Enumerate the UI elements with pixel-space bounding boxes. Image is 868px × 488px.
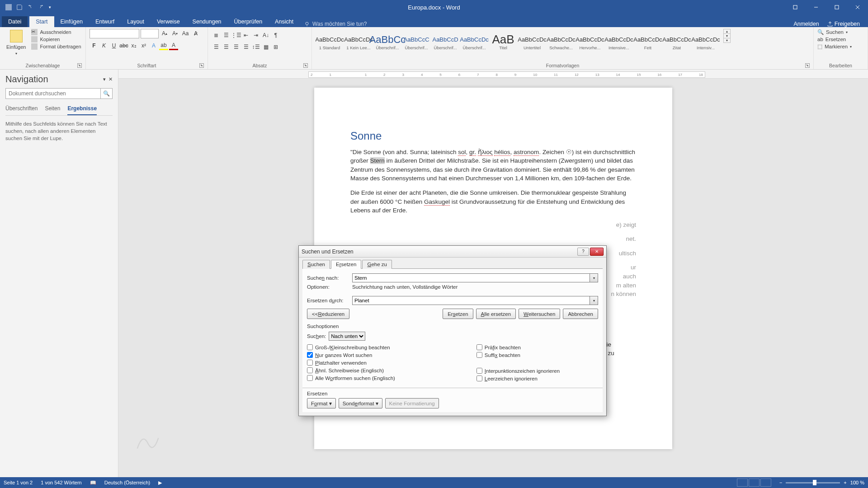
share-button[interactable]: Freigeben <box>827 21 860 27</box>
tab-layout[interactable]: Layout <box>121 16 151 27</box>
font-size-combo[interactable] <box>141 29 159 38</box>
less-button[interactable]: << Reduzieren <box>307 309 349 319</box>
status-page[interactable]: Seite 1 von 2 <box>4 480 33 485</box>
view-print-layout[interactable] <box>749 479 760 487</box>
dialog-tab-search[interactable]: Suchen <box>302 260 330 269</box>
style-item[interactable]: AaBbCcDcHervorhe... <box>576 29 604 55</box>
format-painter-button[interactable]: Format übertragen <box>31 43 81 50</box>
select-button[interactable]: ⬚Markieren▾ <box>817 43 852 50</box>
format-button[interactable]: Format ▾ <box>307 398 336 408</box>
font-dialog-launcher[interactable]: ⬊ <box>199 63 204 68</box>
special-format-button[interactable]: Sonderformat ▾ <box>339 398 382 408</box>
tab-design[interactable]: Entwurf <box>89 16 121 27</box>
maximize-icon[interactable] <box>826 0 847 14</box>
nav-tab-results[interactable]: Ergebnisse <box>67 103 97 115</box>
close-icon[interactable] <box>847 0 868 14</box>
signin-link[interactable]: Anmelden <box>793 21 819 27</box>
qat-dropdown-icon[interactable]: ▾ <box>49 5 51 9</box>
nav-tab-headings[interactable]: Überschriften <box>5 103 38 115</box>
clear-format-button[interactable]: A̷ <box>191 29 200 38</box>
italic-button[interactable]: K <box>99 41 108 50</box>
replace-history-dropdown[interactable]: ▾ <box>590 296 598 305</box>
zoom-level[interactable]: 100 % <box>850 480 864 485</box>
status-proofing-icon[interactable]: 📖 <box>90 480 96 486</box>
style-item[interactable]: AaBbCcDcFett <box>634 29 662 55</box>
status-words[interactable]: 1 von 542 Wörtern <box>41 480 82 485</box>
find-button[interactable]: 🔍Suchen▾ <box>817 29 852 35</box>
borders-button[interactable]: ⊞ <box>271 42 280 52</box>
highlight-button[interactable]: ab <box>159 41 168 50</box>
chk-word-forms[interactable]: Alle Wortformen suchen (Englisch) <box>307 375 395 381</box>
para-dialog-launcher[interactable]: ⬊ <box>303 63 308 68</box>
styles-expand[interactable]: ▾ <box>724 38 730 42</box>
dialog-tab-replace[interactable]: Ersetzen <box>331 260 361 269</box>
clipboard-dialog-launcher[interactable]: ⬊ <box>77 63 82 68</box>
dialog-help-button[interactable]: ? <box>577 248 589 256</box>
copy-button[interactable]: Kopieren <box>31 36 81 42</box>
cut-button[interactable]: ✂Ausschneiden <box>31 29 81 35</box>
decrease-indent-button[interactable]: ⇤ <box>241 31 250 40</box>
dialog-tab-goto[interactable]: Gehe zu <box>362 260 392 269</box>
style-item[interactable]: AaBbCcDÜberschrif... <box>431 29 459 55</box>
tab-references[interactable]: Verweise <box>151 16 186 27</box>
view-read-mode[interactable] <box>737 479 748 487</box>
line-spacing-button[interactable]: ↕☰ <box>251 42 260 52</box>
text-effects-button[interactable]: A <box>149 41 158 50</box>
chk-ignore-whitespace[interactable]: Leerzeichen ignorieren <box>476 375 560 381</box>
style-item[interactable]: AaBbCcDc1 Standard <box>316 29 344 55</box>
replace-once-button[interactable]: Ersetzen <box>443 309 473 319</box>
bold-button[interactable]: F <box>90 41 99 50</box>
styles-scroll-up[interactable]: ▴ <box>724 29 730 33</box>
chk-prefix[interactable]: Präfix beachten <box>476 344 560 350</box>
chk-ignore-punct[interactable]: Interpunktionszeichen ignorieren <box>476 368 560 374</box>
replace-input[interactable] <box>352 296 590 305</box>
find-next-button[interactable]: Weitersuchen <box>519 309 560 319</box>
increase-indent-button[interactable]: ⇥ <box>251 31 260 40</box>
multilevel-button[interactable]: ⋮☰ <box>231 31 241 40</box>
minimize-icon[interactable] <box>806 0 826 14</box>
tab-view[interactable]: Ansicht <box>269 16 300 27</box>
grow-font-button[interactable]: A▴ <box>160 29 169 38</box>
shrink-font-button[interactable]: A▾ <box>170 29 179 38</box>
zoom-slider[interactable] <box>786 482 840 483</box>
style-item[interactable]: AaBbCcDcIntensive... <box>605 29 633 55</box>
styles-dialog-launcher[interactable]: ⬊ <box>805 63 810 68</box>
font-color-button[interactable]: A <box>169 41 178 50</box>
shading-button[interactable]: ▦ <box>261 42 270 52</box>
style-item[interactable]: AaBbCcDcUntertitel <box>518 29 546 55</box>
tab-insert[interactable]: Einfügen <box>54 16 89 27</box>
change-case-button[interactable]: Aa <box>181 29 190 38</box>
sort-button[interactable]: A↓ <box>261 31 270 40</box>
align-left-button[interactable]: ☰ <box>212 42 221 52</box>
replace-button[interactable]: abErsetzen <box>817 37 852 42</box>
find-history-dropdown[interactable]: ▾ <box>590 273 598 282</box>
status-language[interactable]: Deutsch (Österreich) <box>104 480 150 485</box>
align-center-button[interactable]: ☰ <box>222 42 231 52</box>
style-item[interactable]: AaBbCcDc1 Kein Lee... <box>344 29 373 55</box>
tab-start[interactable]: Start <box>29 16 54 27</box>
styles-gallery[interactable]: AaBbCcDc1 StandardAaBbCcDc1 Kein Lee...A… <box>316 29 720 55</box>
nav-tab-pages[interactable]: Seiten <box>45 103 60 115</box>
zoom-out-button[interactable]: − <box>779 480 782 485</box>
superscript-button[interactable]: x² <box>139 41 148 50</box>
dialog-close-button[interactable]: ✕ <box>590 248 604 256</box>
tab-mailings[interactable]: Sendungen <box>186 16 228 27</box>
ruler-horizontal[interactable]: 21123456789101112131415161718 <box>118 70 868 79</box>
nav-dropdown-icon[interactable]: ▾ <box>103 76 106 82</box>
status-macro-icon[interactable]: ▶ <box>158 480 162 486</box>
ribbon-display-icon[interactable] <box>785 0 806 14</box>
bullets-button[interactable]: ≣ <box>212 31 221 40</box>
font-family-combo[interactable] <box>90 29 139 38</box>
chk-sounds-like[interactable]: Ähnl. Schreibweise (Englisch) <box>307 367 395 373</box>
dialog-titlebar[interactable]: Suchen und Ersetzen ? ✕ <box>299 246 606 258</box>
chk-wildcards[interactable]: Platzhalter verwenden <box>307 360 395 366</box>
style-item[interactable]: AaBTitel <box>489 29 517 55</box>
tab-file[interactable]: Datei <box>2 16 28 27</box>
chk-suffix[interactable]: Suffix beachten <box>476 352 560 358</box>
replace-all-button[interactable]: Alle ersetzen <box>476 309 516 319</box>
paste-button[interactable]: Einfügen ▾ <box>4 29 28 56</box>
style-item[interactable]: AaBbCcDcSchwache... <box>547 29 575 55</box>
nav-close-icon[interactable]: ✕ <box>108 76 113 82</box>
zoom-in-button[interactable]: + <box>844 480 846 485</box>
search-direction-select[interactable]: Nach unten <box>329 332 365 341</box>
